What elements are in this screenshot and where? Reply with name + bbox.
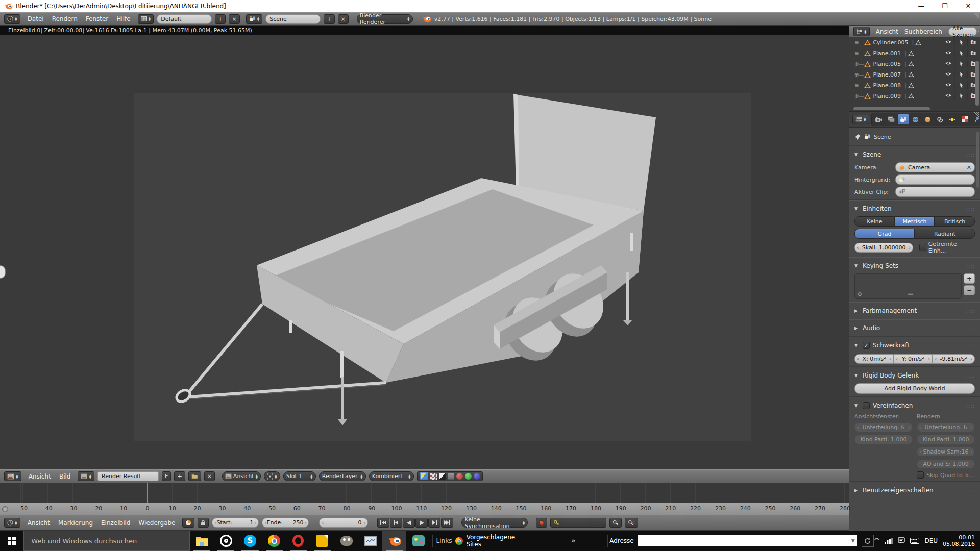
panel-header-farbmanagement[interactable]: ▶ Farbmanagement :::: [854,305,975,316]
pin-icon[interactable] [854,134,861,140]
outliner-row[interactable]: ⊕ — Cylinder.005 | [849,37,980,48]
current-frame-field[interactable]: ‹ 0 › [319,518,368,528]
menu-item[interactable]: Wiedergabe [134,519,179,527]
editor-type-button[interactable]: ▲▼ [4,518,20,528]
object-name[interactable]: Plane.008 [873,82,901,89]
panel-grip[interactable]: :::: [966,206,975,212]
image-editor-canvas[interactable] [0,35,849,469]
increment-arrow-icon[interactable]: › [254,520,256,525]
tab-texture[interactable] [959,114,970,124]
simplify-checkbox[interactable] [863,402,870,409]
visibility-eye-icon[interactable] [942,61,954,67]
panel-grip[interactable]: :::: [966,152,975,158]
angle-degrees-button[interactable]: Grad [854,229,915,239]
visibility-eye-icon[interactable] [942,93,954,99]
play-reverse-button[interactable] [403,518,415,528]
tab-render[interactable] [873,114,885,124]
language-indicator[interactable]: DEU [924,537,938,544]
editor-type-button[interactable]: ▲▼ [853,27,870,36]
visibility-eye-icon[interactable] [942,39,954,46]
increment-arrow-icon[interactable]: › [928,356,930,362]
panel-header-vereinfachen[interactable]: ▼ Vereinfachen :::: [854,400,975,411]
collapse-arrow-icon[interactable]: ▶ [854,325,860,331]
units-none-button[interactable]: Keine [854,216,895,227]
render-restrict-camera-icon[interactable] [967,39,980,46]
next-keyframe-button[interactable] [428,518,440,528]
delete-layout-button[interactable]: × [229,14,239,24]
minimize-button[interactable]: — [910,0,933,12]
render-engine-dropdown[interactable]: Blender Renderer ▲▼ [357,14,413,24]
skip-quad-checkbox[interactable] [917,471,924,479]
outliner-display-dropdown[interactable]: Alle Szenen [948,27,977,36]
panel-header-schwerkraft[interactable]: ▼ ✓ Schwerkraft :::: [854,340,975,351]
panel-grip[interactable]: :::: [966,488,975,493]
channel-alpha-button[interactable] [430,473,437,480]
collapse-arrow-icon[interactable]: ▼ [854,403,860,408]
outliner-row[interactable]: ⊕ — Plane.009 | [849,91,980,102]
pivot-dropdown[interactable]: ▲▼ [264,471,280,481]
toolbar-chevron[interactable]: » [572,537,575,544]
add-scene-button[interactable]: + [324,14,334,24]
menu-item[interactable]: Fenster [82,15,113,22]
current-frame-playhead[interactable] [147,483,148,503]
panel-grip[interactable]: :::: [966,308,975,314]
unit-scale-field[interactable]: ‹ Skali: 1.000000 › [854,243,913,253]
jump-to-end-button[interactable] [441,518,453,528]
expand-icon[interactable]: ⊕ [854,72,859,78]
timeline-track[interactable] [0,483,849,503]
channel-zbuffer-button[interactable] [439,473,446,480]
selectability-cursor-icon[interactable] [954,50,967,57]
menu-item[interactable]: Markierung [54,519,97,527]
tab-physics[interactable] [971,114,980,124]
increment-arrow-icon[interactable]: › [304,520,306,525]
frame-start-field[interactable]: ‹ Start: 1 › [212,518,259,528]
increment-arrow-icon[interactable]: › [970,356,972,362]
object-name[interactable]: Plane.007 [873,71,901,78]
action-center-icon[interactable] [898,537,905,544]
collapse-arrow-icon[interactable]: ▶ [854,308,860,313]
network-icon[interactable] [885,538,893,544]
editor-type-button[interactable]: i ▲▼ [4,14,20,24]
menu-item[interactable]: Einzelbild [97,519,134,527]
panel-header-benutzer[interactable]: ▶ Benutzereigenschaften :::: [854,485,975,496]
panel-grip[interactable]: :::: [966,263,975,269]
menu-item[interactable]: Ansicht [23,519,54,527]
taskbar-paint-app[interactable] [406,531,430,551]
selectability-cursor-icon[interactable] [954,39,967,46]
screen-layout-icon-button[interactable]: ▲▼ [138,14,154,24]
object-name[interactable]: Cylinder.005 [873,39,908,46]
keying-sets-list[interactable]: ⊕ ══ [854,273,962,299]
viewport-child-particles-field[interactable]: Kind Parti: 1.000 [854,435,913,444]
editor-type-button[interactable]: ▲▼ [852,115,869,124]
taskbar-notes-app[interactable] [310,531,334,551]
selectability-cursor-icon[interactable] [954,82,967,89]
outliner-horizontal-scrollbar[interactable] [853,107,930,110]
object-name[interactable]: Plane.009 [873,93,901,99]
taskbar-file-explorer[interactable] [190,531,214,551]
increment-arrow-icon[interactable]: › [363,520,365,525]
ao-sss-field[interactable]: AO and S: 1.000 [917,459,975,469]
tab-object-data[interactable] [947,114,958,124]
tab-object[interactable] [922,114,934,124]
maximize-button[interactable]: ☐ [933,0,957,12]
resize-grip-icon[interactable]: ══ [908,292,913,297]
remove-keying-set-button[interactable]: − [964,285,975,295]
add-rigid-body-world-button[interactable]: Add Rigid Body World [854,383,975,394]
editor-type-button[interactable]: ▲▼ [4,471,21,481]
channel-single-layer-button[interactable] [448,473,454,480]
tray-chevron-icon[interactable]: ^ [874,537,880,545]
expand-icon[interactable]: ⊕ [854,61,859,67]
active-clip-field[interactable] [895,187,975,197]
decrement-arrow-icon[interactable]: ‹ [896,356,898,362]
increment-arrow-icon[interactable]: › [889,356,891,362]
sync-mode-dropdown[interactable]: Keine Synchronisation ▲▼ [461,518,528,528]
channel-color-alpha-button[interactable] [420,472,428,480]
object-name[interactable]: Plane.001 [873,50,901,57]
taskbar-blender-active[interactable] [382,531,406,551]
selectability-cursor-icon[interactable] [954,71,967,78]
frame-end-field[interactable]: ‹ Ende: 250 › [262,518,309,528]
fake-user-button[interactable]: F [162,471,171,481]
gravity-y-field[interactable]: ‹ Y: 0m/s² › [894,354,933,364]
panel-header-keying-sets[interactable]: ▼ Keying Sets :::: [854,260,975,271]
expand-icon[interactable]: ⊕ [854,93,859,99]
